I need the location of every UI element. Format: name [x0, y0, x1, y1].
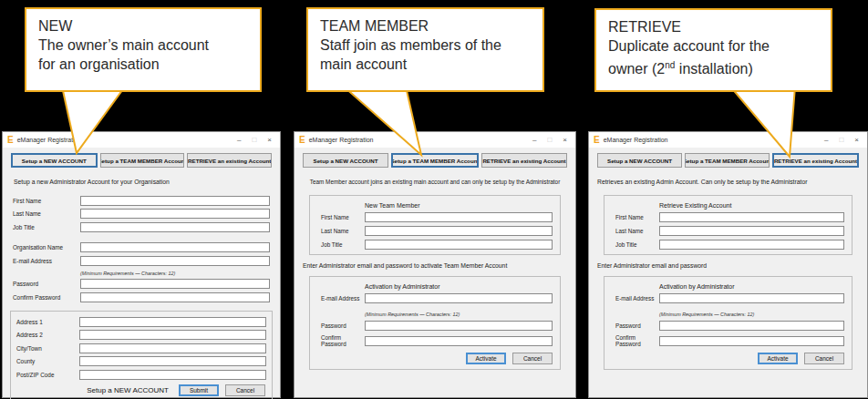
field-row: Last Name: [615, 226, 844, 236]
callout-body: Staff join as members of the main accoun…: [320, 36, 502, 74]
job-title-label: Job Title: [615, 241, 659, 248]
minimize-button[interactable]: –: [824, 137, 828, 144]
post-zip-code-input[interactable]: [79, 370, 266, 380]
activate-button[interactable]: Activate: [758, 353, 798, 364]
last-name-input[interactable]: [659, 226, 844, 236]
field-row: E-mail Address: [615, 293, 844, 303]
confirm-password-input[interactable]: [659, 336, 844, 346]
window-title: eManager Registration: [604, 137, 824, 143]
callout-body-text: installation): [675, 61, 752, 77]
tab-setup-new-account[interactable]: Setup a NEW ACCOUNT: [597, 153, 682, 168]
job-title-input[interactable]: [365, 240, 553, 250]
callout-new: NEW The owner’s main account for an orga…: [25, 7, 262, 92]
footer-row: Setup a NEW ACCOUNT Submit Cancel: [12, 384, 265, 396]
callout-body: The owner’s main account for an organisa…: [38, 36, 221, 74]
field-row: Password: [321, 321, 553, 331]
tab-bar: Setup a NEW ACCOUNT Setup a TEAM MEMBER …: [589, 148, 867, 168]
city-town-label: City/Town: [16, 345, 79, 352]
window-title: eManager Registration: [309, 137, 532, 143]
first-name-input[interactable]: [80, 196, 270, 206]
last-name-label: Last Name: [13, 210, 80, 217]
window-new-account: E eManager Registration – □ × Setup a NE…: [2, 131, 281, 398]
email-input[interactable]: [80, 256, 270, 266]
page-subtitle: Setup a new Administrator Account for yo…: [14, 179, 273, 185]
job-title-label: Job Title: [321, 241, 365, 248]
callout-superscript: nd: [665, 60, 675, 70]
email-input[interactable]: [659, 293, 844, 303]
organisation-name-label: Organisation Name: [13, 244, 80, 251]
minimize-button[interactable]: –: [237, 137, 241, 144]
confirm-password-label: Confirm Password: [321, 334, 365, 347]
footer-label: Setup a NEW ACCOUNT: [87, 386, 169, 394]
password-input[interactable]: [365, 321, 553, 331]
post-zip-code-label: Post/ZIP Code: [16, 372, 79, 378]
tab-setup-team-member[interactable]: Setup a TEAM MEMBER Account: [100, 153, 185, 168]
email-label: E-mail Address: [615, 295, 659, 302]
button-row: Activate Cancel: [321, 353, 553, 364]
cancel-button[interactable]: Cancel: [512, 353, 553, 364]
button-row: Activate Cancel: [615, 353, 844, 364]
window-controls: – □ ×: [237, 137, 275, 144]
close-button[interactable]: ×: [563, 137, 567, 144]
tab-setup-new-account[interactable]: Setup a NEW ACCOUNT: [303, 153, 388, 168]
window-controls: – □ ×: [532, 137, 571, 144]
field-row: E-mail Address: [321, 293, 553, 303]
last-name-input[interactable]: [365, 226, 553, 236]
tab-setup-new-account[interactable]: Setup a NEW ACCOUNT: [11, 153, 98, 168]
field-row: Address 2: [12, 330, 271, 340]
emanager-app-icon: E: [7, 136, 14, 145]
cancel-button[interactable]: Cancel: [804, 353, 844, 364]
new-team-member-group: New Team Member First Name Last Name Job…: [309, 195, 561, 255]
address-group: Address 1 Address 2 City/Town County Pos…: [10, 311, 273, 399]
job-title-input[interactable]: [80, 222, 270, 232]
field-row: Last Name: [321, 226, 553, 236]
maximize-button[interactable]: □: [252, 137, 256, 144]
address1-input[interactable]: [79, 317, 266, 327]
activate-button[interactable]: Activate: [466, 353, 506, 364]
organisation-name-input[interactable]: [80, 242, 270, 252]
tab-retrieve-account[interactable]: RETRIEVE an existing Account: [187, 153, 272, 168]
field-row: Job Title: [3, 222, 280, 232]
maximize-button[interactable]: □: [839, 137, 843, 144]
activation-instructions: Enter Administrator email and password: [597, 262, 860, 269]
maximize-button[interactable]: □: [547, 137, 552, 144]
email-input[interactable]: [365, 293, 553, 303]
field-row: Password: [3, 279, 280, 289]
group-label: Activation by Administrator: [659, 283, 844, 290]
confirm-password-input[interactable]: [365, 336, 553, 346]
retrieve-existing-group: Retrieve Existing Account First Name Las…: [604, 195, 852, 255]
titlebar[interactable]: E eManager Registration – □ ×: [3, 132, 280, 148]
password-input[interactable]: [80, 279, 270, 289]
minimize-button[interactable]: –: [532, 137, 536, 144]
field-row: Organisation Name: [3, 242, 280, 252]
close-button[interactable]: ×: [854, 137, 859, 144]
password-input[interactable]: [659, 321, 844, 331]
emanager-app-icon: E: [594, 136, 600, 145]
tab-setup-team-member[interactable]: Setup a TEAM MEMBER Account: [685, 153, 770, 168]
titlebar[interactable]: E eManager Registration – □ ×: [294, 132, 575, 148]
confirm-password-input[interactable]: [80, 292, 270, 302]
job-title-input[interactable]: [659, 240, 844, 250]
address2-input[interactable]: [79, 330, 266, 340]
address2-label: Address 2: [16, 332, 79, 338]
field-row: E-mail Address: [3, 256, 280, 266]
last-name-input[interactable]: [80, 209, 270, 219]
submit-button[interactable]: Submit: [179, 384, 219, 396]
cancel-button[interactable]: Cancel: [225, 384, 265, 396]
address1-label: Address 1: [16, 319, 79, 325]
tab-retrieve-account[interactable]: RETRIEVE an existing Account: [772, 153, 859, 168]
tab-retrieve-account[interactable]: RETRIEVE an existing Account: [481, 153, 567, 168]
close-button[interactable]: ×: [267, 137, 272, 144]
password-label: Password: [321, 322, 365, 329]
county-input[interactable]: [79, 356, 266, 366]
first-name-input[interactable]: [659, 212, 844, 222]
city-town-input[interactable]: [79, 343, 266, 353]
tab-setup-team-member[interactable]: Setup a TEAM MEMBER Account: [391, 153, 479, 168]
tab-bar: Setup a NEW ACCOUNT Setup a TEAM MEMBER …: [3, 148, 280, 168]
callout-title: TEAM MEMBER: [320, 16, 532, 36]
first-name-input[interactable]: [365, 212, 553, 222]
field-row: First Name: [615, 212, 844, 222]
field-row: Confirm Password: [615, 334, 844, 347]
titlebar[interactable]: E eManager Registration – □ ×: [589, 132, 867, 148]
page-subtitle: Retrieves an existing Admin Account. Can…: [597, 179, 860, 185]
